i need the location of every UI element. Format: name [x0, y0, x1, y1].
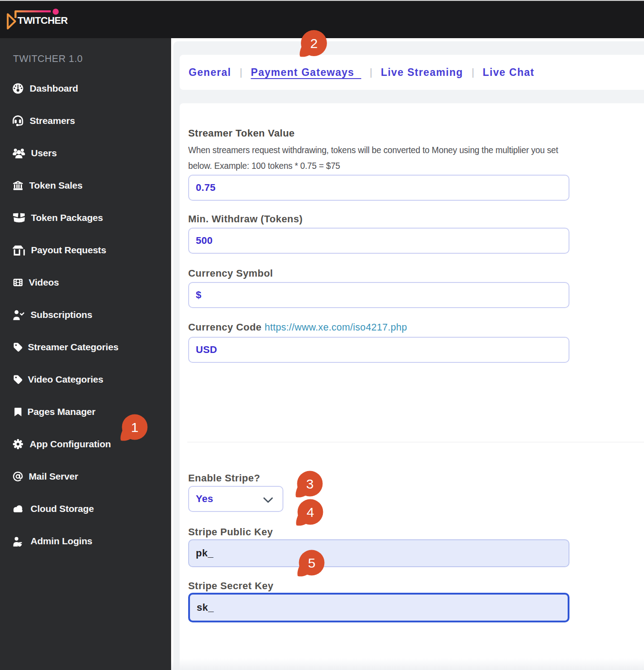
- svg-text:4: 4: [307, 505, 314, 520]
- svg-text:2: 2: [310, 36, 318, 51]
- svg-text:TWITCHER: TWITCHER: [18, 15, 68, 26]
- svg-text:5: 5: [308, 555, 316, 570]
- svg-text:3: 3: [306, 476, 314, 491]
- svg-text:1: 1: [131, 420, 139, 435]
